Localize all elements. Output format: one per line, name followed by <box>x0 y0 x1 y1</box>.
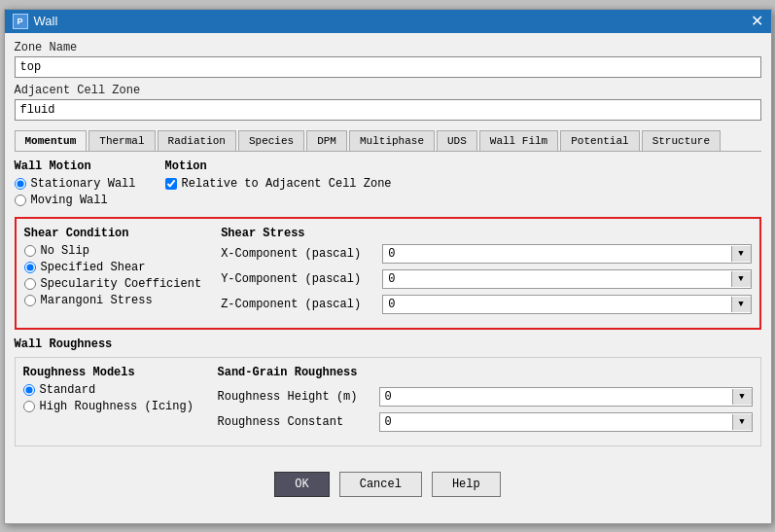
high-roughness-option[interactable]: High Roughness (Icing) <box>23 400 198 413</box>
marangoni-option[interactable]: Marangoni Stress <box>24 294 202 307</box>
wall-motion-group: Wall Motion Stationary Wall Moving Wall <box>15 160 136 207</box>
standard-roughness-option[interactable]: Standard <box>23 383 198 397</box>
roughness-height-input[interactable] <box>380 388 732 406</box>
ok-button[interactable]: OK <box>274 472 329 497</box>
moving-wall-option[interactable]: Moving Wall <box>15 194 136 207</box>
z-component-input-wrap: ▼ <box>382 295 751 314</box>
close-button[interactable]: ✕ <box>751 14 763 29</box>
roughness-inner: Roughness Models Standard High Roughness… <box>15 357 761 446</box>
cancel-button[interactable]: Cancel <box>339 472 422 497</box>
tab-dpm[interactable]: DPM <box>306 130 347 151</box>
roughness-height-row: Roughness Height (m) ▼ <box>218 387 753 407</box>
standard-roughness-radio[interactable] <box>23 384 35 396</box>
tab-momentum[interactable]: Momentum <box>15 130 88 151</box>
wall-motion-section: Wall Motion Stationary Wall Moving Wall <box>15 160 761 207</box>
moving-wall-radio[interactable] <box>15 195 26 206</box>
zone-name-input[interactable] <box>15 56 761 78</box>
no-slip-option[interactable]: No Slip <box>24 244 202 258</box>
relative-label: Relative to Adjacent Cell Zone <box>182 177 392 191</box>
tab-potential[interactable]: Potential <box>560 130 639 151</box>
dialog-title: Wall <box>34 14 58 28</box>
specified-shear-label: Specified Shear <box>41 261 146 274</box>
x-component-input[interactable] <box>383 245 730 263</box>
wall-motion-title: Wall Motion <box>15 160 136 173</box>
roughness-height-input-wrap: ▼ <box>379 387 753 407</box>
sand-grain-group: Sand-Grain Roughness Roughness Height (m… <box>218 366 753 438</box>
no-slip-label: No Slip <box>41 244 89 258</box>
tab-species[interactable]: Species <box>238 130 304 151</box>
high-roughness-label: High Roughness (Icing) <box>40 400 194 413</box>
y-component-dropdown[interactable]: ▼ <box>731 271 751 287</box>
dialog-body: Zone Name Adjacent Cell Zone Momentum Th… <box>5 33 771 513</box>
tab-thermal[interactable]: Thermal <box>88 130 155 151</box>
wall-roughness-title: Wall Roughness <box>15 337 761 351</box>
standard-roughness-label: Standard <box>40 383 96 397</box>
no-slip-radio[interactable] <box>24 245 36 257</box>
stationary-wall-label: Stationary Wall <box>31 177 136 191</box>
title-bar-left: P Wall <box>13 14 58 29</box>
stationary-wall-radio[interactable] <box>15 178 26 190</box>
y-component-input-wrap: ▼ <box>382 269 751 289</box>
relative-checkbox[interactable] <box>165 178 177 190</box>
roughness-constant-label: Roughness Constant <box>218 415 373 429</box>
roughness-models-group: Roughness Models Standard High Roughness… <box>23 366 198 438</box>
help-button[interactable]: Help <box>432 472 501 497</box>
y-component-label: Y-Component (pascal) <box>221 272 376 286</box>
moving-wall-label: Moving Wall <box>31 194 108 207</box>
roughness-constant-dropdown[interactable]: ▼ <box>732 414 752 430</box>
shear-stress-title: Shear Stress <box>221 227 751 240</box>
specified-shear-option[interactable]: Specified Shear <box>24 261 202 274</box>
tab-uds[interactable]: UDS <box>437 130 477 151</box>
stationary-wall-option[interactable]: Stationary Wall <box>15 177 136 191</box>
dialog-icon: P <box>13 14 28 29</box>
roughness-models-radio-group: Standard High Roughness (Icing) <box>23 383 198 413</box>
shear-section: Shear Condition No Slip Specified Shear <box>15 217 761 330</box>
sand-grain-title: Sand-Grain Roughness <box>218 366 753 379</box>
roughness-constant-input-wrap: ▼ <box>379 412 753 432</box>
tabs-row: Momentum Thermal Radiation Species DPM M… <box>15 130 761 152</box>
y-component-input[interactable] <box>383 270 730 288</box>
roughness-height-dropdown[interactable]: ▼ <box>732 389 752 405</box>
title-bar: P Wall ✕ <box>5 10 771 33</box>
shear-condition-radio-group: No Slip Specified Shear Specularity Coef… <box>24 244 202 307</box>
specified-shear-radio[interactable] <box>24 262 36 273</box>
y-component-row: Y-Component (pascal) ▼ <box>221 269 751 289</box>
motion-title: Motion <box>165 160 392 173</box>
tab-structure[interactable]: Structure <box>642 130 721 151</box>
roughness-constant-row: Roughness Constant ▼ <box>218 412 753 432</box>
zone-name-label: Zone Name <box>15 41 761 54</box>
adjacent-cell-zone-label: Adjacent Cell Zone <box>15 84 761 97</box>
x-component-row: X-Component (pascal) ▼ <box>221 244 751 264</box>
roughness-models-title: Roughness Models <box>23 366 198 379</box>
roughness-height-label: Roughness Height (m) <box>218 390 373 404</box>
x-component-dropdown[interactable]: ▼ <box>731 246 751 262</box>
specularity-label: Specularity Coefficient <box>41 277 202 291</box>
footer-buttons: OK Cancel Help <box>15 462 761 505</box>
x-component-label: X-Component (pascal) <box>221 247 376 261</box>
tab-radiation[interactable]: Radiation <box>158 130 236 151</box>
z-component-label: Z-Component (pascal) <box>221 298 376 311</box>
specularity-radio[interactable] <box>24 278 36 290</box>
marangoni-label: Marangoni Stress <box>41 294 153 307</box>
tab-content: Wall Motion Stationary Wall Moving Wall <box>15 152 761 462</box>
specularity-option[interactable]: Specularity Coefficient <box>24 277 202 291</box>
marangoni-radio[interactable] <box>24 295 36 306</box>
z-component-input[interactable] <box>383 296 730 313</box>
high-roughness-radio[interactable] <box>23 401 35 412</box>
wall-dialog: P Wall ✕ Zone Name Adjacent Cell Zone Mo… <box>4 9 772 524</box>
z-component-row: Z-Component (pascal) ▼ <box>221 295 751 314</box>
tab-multiphase[interactable]: Multiphase <box>349 130 435 151</box>
tab-wall-film[interactable]: Wall Film <box>479 130 558 151</box>
shear-condition-group: Shear Condition No Slip Specified Shear <box>24 227 202 320</box>
shear-stress-group: Shear Stress X-Component (pascal) ▼ Y-Co… <box>221 227 751 320</box>
shear-condition-title: Shear Condition <box>24 227 202 240</box>
wall-motion-radio-group: Stationary Wall Moving Wall <box>15 177 136 207</box>
z-component-dropdown[interactable]: ▼ <box>731 297 751 312</box>
adjacent-cell-zone-input[interactable] <box>15 99 761 121</box>
motion-group: Motion Relative to Adjacent Cell Zone <box>165 160 392 207</box>
roughness-constant-input[interactable] <box>380 413 732 431</box>
wall-roughness-section: Wall Roughness Roughness Models Standard <box>15 337 761 446</box>
x-component-input-wrap: ▼ <box>382 244 751 264</box>
relative-checkbox-item[interactable]: Relative to Adjacent Cell Zone <box>165 177 392 191</box>
